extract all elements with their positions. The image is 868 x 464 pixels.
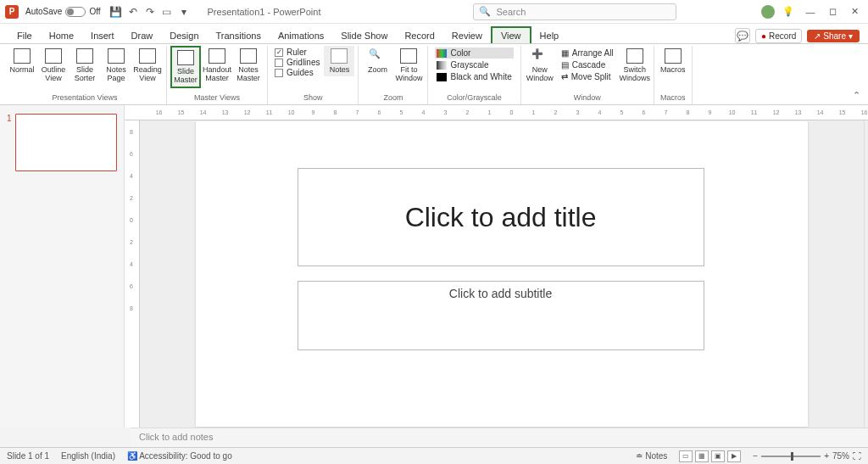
tab-home[interactable]: Home — [41, 28, 82, 43]
redo-icon[interactable]: ↷ — [143, 5, 157, 19]
group-show: ✓Ruler Gridlines Guides Notes Show — [268, 46, 359, 104]
app-icon: P — [5, 5, 19, 19]
macros-button[interactable]: Macros — [658, 46, 688, 76]
toggle-icon — [65, 7, 86, 17]
cascade-icon: ▤ — [561, 60, 569, 70]
normal-view-icon[interactable]: ▭ — [679, 450, 693, 462]
tab-file[interactable]: File — [8, 28, 41, 43]
undo-icon[interactable]: ↶ — [126, 5, 140, 19]
slide-canvas[interactable]: Click to add title Click to add subtitle — [140, 120, 864, 428]
search-input[interactable]: 🔍 Search — [473, 3, 676, 20]
tab-design[interactable]: Design — [161, 28, 207, 43]
sorter-view-icon[interactable]: ▦ — [695, 450, 709, 462]
slide-count[interactable]: Slide 1 of 1 — [7, 451, 49, 461]
tab-insert[interactable]: Insert — [82, 28, 123, 43]
window-controls: 💡 — ◻ ✕ — [761, 3, 863, 20]
bw-mode-button[interactable]: Black and White — [435, 71, 513, 82]
tab-draw[interactable]: Draw — [123, 28, 162, 43]
group-label: Window — [574, 93, 601, 103]
subtitle-placeholder-text: Click to add subtitle — [449, 287, 552, 300]
reading-view-button[interactable]: Reading View — [132, 46, 163, 85]
group-presentation-views: Normal Outline View Slide Sorter Notes P… — [3, 46, 167, 104]
status-bar: Slide 1 of 1 English (India) ♿ Accessibi… — [0, 447, 868, 464]
chevron-down-icon: ▾ — [849, 31, 853, 41]
collapse-ribbon-button[interactable]: ⌃ — [848, 46, 865, 104]
maximize-button[interactable]: ◻ — [824, 3, 841, 20]
zoom-percent[interactable]: 75% — [832, 451, 849, 461]
zoom-in-icon[interactable]: + — [824, 451, 829, 461]
group-label: Zoom — [383, 93, 403, 103]
notes-page-button[interactable]: Notes Page — [101, 46, 131, 85]
switch-windows-button[interactable]: Switch Windows — [620, 46, 650, 85]
tab-view[interactable]: View — [491, 26, 531, 43]
language-status[interactable]: English (India) — [61, 451, 115, 461]
title-placeholder-text: Click to add title — [405, 202, 597, 233]
horizontal-ruler[interactable]: 1615141312111098765432101234567891011121… — [125, 105, 868, 120]
quick-access-toolbar: 💾 ↶ ↷ ▭ ▾ — [109, 5, 191, 19]
present-icon[interactable]: ▭ — [160, 5, 174, 19]
close-button[interactable]: ✕ — [846, 3, 863, 20]
group-label: Master Views — [194, 93, 240, 103]
save-icon[interactable]: 💾 — [109, 5, 123, 19]
ruler-checkbox[interactable]: ✓Ruler — [275, 48, 320, 57]
subtitle-placeholder[interactable]: Click to add subtitle — [298, 281, 704, 350]
vertical-scrollbar[interactable] — [864, 120, 868, 428]
record-button[interactable]: ●Record — [755, 29, 802, 43]
group-window: ➕New Window ▦Arrange All ▤Cascade ⇄Move … — [521, 46, 654, 104]
autosave-toggle[interactable]: AutoSave Off — [25, 7, 101, 17]
group-label: Macros — [660, 93, 686, 103]
notes-toggle[interactable]: ≐ Notes — [636, 451, 667, 461]
slideshow-view-icon[interactable]: ▶ — [727, 450, 741, 462]
hint-icon[interactable]: 💡 — [780, 3, 797, 20]
slide-master-button[interactable]: Slide Master — [170, 46, 201, 88]
normal-view-button[interactable]: Normal — [7, 46, 37, 76]
group-master-views: Slide Master Handout Master Notes Master… — [167, 46, 268, 104]
minimize-button[interactable]: — — [802, 3, 819, 20]
cascade-button[interactable]: ▤Cascade — [559, 59, 615, 70]
notes-master-button[interactable]: Notes Master — [233, 46, 264, 85]
slide-sorter-button[interactable]: Slide Sorter — [70, 46, 100, 85]
split-icon: ⇄ — [561, 72, 568, 81]
color-mode-button[interactable]: Color — [435, 48, 513, 59]
thumbnail-preview — [15, 114, 117, 171]
autosave-label: AutoSave — [25, 7, 62, 16]
handout-master-button[interactable]: Handout Master — [202, 46, 232, 85]
reading-view-icon[interactable]: ▣ — [711, 450, 725, 462]
tab-transitions[interactable]: Transitions — [208, 28, 270, 43]
share-button[interactable]: ↗Share▾ — [807, 30, 860, 42]
fit-icon[interactable]: ⛶ — [853, 451, 861, 461]
slide-thumbnails-pane: 1 — [0, 105, 125, 428]
document-title: Presentation1 - PowerPoint — [208, 7, 321, 17]
comments-button[interactable]: 💬 — [735, 28, 750, 43]
ribbon: Normal Outline View Slide Sorter Notes P… — [0, 44, 868, 105]
tab-record[interactable]: Record — [396, 28, 442, 43]
more-icon[interactable]: ▾ — [177, 5, 191, 19]
outline-view-button[interactable]: Outline View — [38, 46, 69, 85]
zoom-button[interactable]: 🔍Zoom — [362, 46, 392, 76]
share-icon: ↗ — [814, 31, 821, 41]
grayscale-mode-button[interactable]: Grayscale — [435, 59, 513, 70]
arrange-all-button[interactable]: ▦Arrange All — [559, 48, 615, 59]
thumbnail-slide-1[interactable]: 1 — [7, 114, 117, 171]
group-label: Color/Grayscale — [447, 93, 502, 103]
title-placeholder[interactable]: Click to add title — [298, 168, 704, 266]
zoom-slider[interactable]: − + 75% ⛶ — [753, 451, 861, 461]
vertical-ruler[interactable]: 864202468 — [125, 120, 140, 428]
gridlines-checkbox[interactable]: Gridlines — [275, 58, 320, 67]
tab-animations[interactable]: Animations — [270, 28, 332, 43]
notes-button[interactable]: Notes — [324, 46, 354, 76]
fit-window-button[interactable]: Fit to Window — [393, 46, 424, 85]
guides-checkbox[interactable]: Guides — [275, 68, 320, 77]
accessibility-status[interactable]: ♿ Accessibility: Good to go — [127, 451, 232, 461]
main-area: 1 16151413121110987654321012345678910111… — [0, 105, 868, 428]
user-avatar[interactable] — [761, 5, 775, 19]
new-window-button[interactable]: ➕New Window — [525, 46, 555, 85]
tab-help[interactable]: Help — [531, 28, 568, 43]
arrange-icon: ▦ — [561, 48, 569, 58]
move-split-button[interactable]: ⇄Move Split — [559, 71, 615, 82]
autosave-state: Off — [89, 7, 100, 16]
title-bar: P AutoSave Off 💾 ↶ ↷ ▭ ▾ Presentation1 -… — [0, 0, 868, 24]
zoom-out-icon[interactable]: − — [753, 451, 758, 461]
tab-review[interactable]: Review — [443, 28, 491, 43]
tab-slideshow[interactable]: Slide Show — [332, 28, 396, 43]
